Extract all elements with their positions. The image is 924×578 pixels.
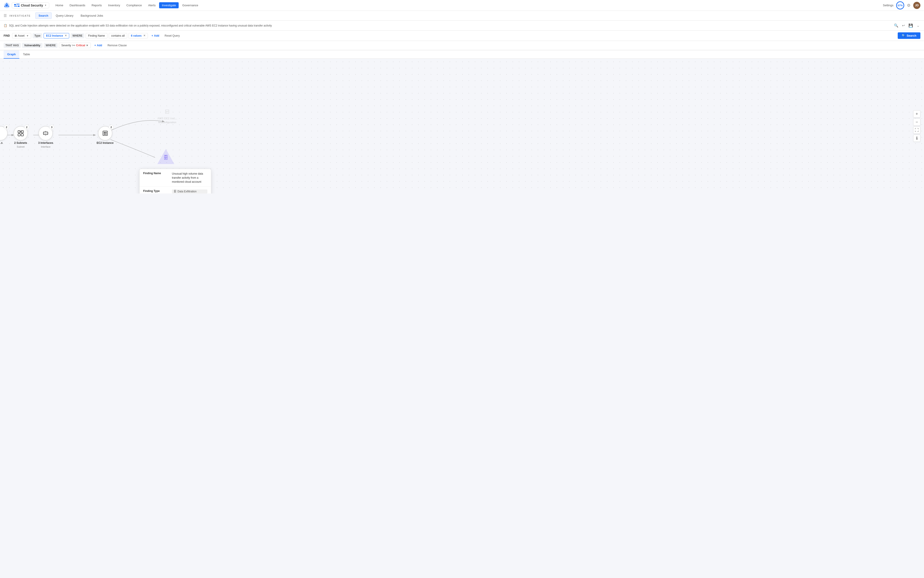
popup-type-badge: 🗄 Data Exfiltration [172,190,207,193]
nav-links: Home Dashboards Reports Inventory Compli… [53,2,881,8]
interfaces-circle[interactable]: 3 [39,126,53,140]
where-badge-1: WHERE [71,33,84,38]
document-icon: 📋 [3,24,7,27]
connector-svg [0,58,924,193]
type-value-chip[interactable]: EC2 Instance ✕ [44,33,69,39]
interfaces-label: 3 Interfaces [38,141,53,144]
popup-finding-name-key: Finding Name [143,172,170,175]
contains-all-chip[interactable]: contains all [109,33,127,39]
nav-compliance[interactable]: Compliance [124,2,145,8]
brand-chevron-icon: ▼ [44,4,47,6]
add-button-2[interactable]: + Add [92,43,104,48]
top-navigation: Cloud Security ▼ Home Dashboards Reports… [0,0,924,11]
severity-chip[interactable]: Severity >= Critical ✕ [59,43,91,48]
app-logo[interactable] [3,2,10,8]
ec2-circle[interactable]: 2 [98,126,112,140]
search-btn-icon: 🔍 [902,34,905,37]
values-close-icon[interactable]: ✕ [143,34,145,37]
subnets-label: 2 Subnets [14,141,27,144]
aws-ec2-sublabel: Misconfiguration [158,121,176,123]
fit-screen-button[interactable]: ⛶ [913,127,921,134]
node-aws-ec2[interactable]: ⊟ AWS EC2 inst... Misconfiguration [157,108,177,123]
add-label-1: Add [154,34,159,37]
undo-icon[interactable]: ↩ [901,23,906,29]
values-chip[interactable]: 6 values ✕ [128,33,148,39]
save-icon[interactable]: 💾 [908,23,914,29]
svg-rect-3 [14,4,16,5]
popup-card: Finding Name Unusual high volume data tr… [139,169,211,193]
that-has-badge: THAT HAS [3,43,21,48]
nav-governance[interactable]: Governance [180,2,201,8]
query-text: SQL and Code Injection attempts were det… [9,24,891,27]
menu-icon[interactable]: ☰ [3,13,7,18]
critical-label: Critical [76,44,85,47]
sec-nav-search[interactable]: Search [35,12,52,19]
graph-area: 2 …s 2 2 Subnets Subnet 3 [0,58,924,193]
zoom-out-button[interactable]: − [913,119,921,126]
brand-name: Cloud Security [21,3,43,7]
popup-finding-type-key: Finding Type [143,190,170,193]
finding-name-label: Finding Name [88,34,105,37]
nav-alerts[interactable]: Alerts [145,2,158,8]
leftmost-label: …s [0,141,2,144]
vulnerability-label: Vulnerability [24,44,41,47]
node-leftmost[interactable]: 2 …s [0,126,8,144]
severity-label: Severity [62,44,71,47]
finding-name-chip[interactable]: Finding Name [86,33,107,39]
nav-investigate[interactable]: Investigate [159,2,178,8]
node-finding[interactable]: 🗄 [157,149,175,165]
type-close-icon[interactable]: ✕ [65,34,67,37]
query-bar: 📋 SQL and Code Injection attempts were d… [0,21,924,31]
type-badge-icon: 🗄 [174,190,177,193]
settings-link[interactable]: Settings [883,3,893,7]
gte-label: >= [72,44,75,47]
expand-icon[interactable]: ⌄ [916,23,921,29]
investigate-label: INVESTIGATE [10,15,31,17]
tab-table[interactable]: Table [19,50,34,58]
avatar[interactable]: JD [913,2,921,9]
svg-rect-4 [16,3,19,5]
subnets-circle[interactable]: 2 [13,126,28,140]
severity-close-icon[interactable]: ✕ [86,44,88,47]
reset-query-button[interactable]: Reset Query [163,33,182,38]
zoom-in-button[interactable]: + [913,110,921,117]
tab-graph[interactable]: Graph [3,50,19,58]
asset-chevron-icon: ▼ [26,34,29,37]
leftmost-circle[interactable]: 2 [0,126,8,140]
nav-reports[interactable]: Reports [89,2,105,8]
gear-icon[interactable]: ⚙ [907,3,911,8]
svg-rect-13 [21,134,23,136]
find-label: FIND [3,34,10,37]
nav-inventory[interactable]: Inventory [105,2,123,8]
vulnerability-chip[interactable]: Vulnerability [22,43,43,48]
svg-rect-25 [105,132,107,133]
query-actions: 🔍 ↩ 💾 ⌄ [893,23,921,29]
node-interfaces[interactable]: 3 3 Interfaces Interface [38,126,53,148]
node-subnets[interactable]: 2 2 Subnets Subnet [13,126,28,148]
nav-dashboards[interactable]: Dashboards [67,2,88,8]
node-ec2[interactable]: 2 EC2 Instance [97,126,113,144]
remove-clause-button[interactable]: Remove Clause [105,43,128,48]
svg-rect-26 [104,133,105,135]
popup-finding-name-val: Unusual high volume data transfer activi… [172,172,207,184]
ec2-badge: 2 [109,125,114,130]
svg-rect-5 [14,6,17,7]
asset-chip[interactable]: ▦ Asset ▼ [12,33,31,39]
subnets-badge: 2 [24,125,29,130]
progress-badge: 67% [896,2,904,10]
zoom-controls: + − ⛶ ℹ [913,110,921,142]
add-button-1[interactable]: + Add [149,33,161,38]
subnets-icon [17,130,24,137]
svg-rect-27 [105,133,107,135]
nav-home[interactable]: Home [53,2,66,8]
search-button[interactable]: 🔍 Search [898,32,921,39]
add-icon-2: + [94,44,96,47]
view-tabs: Graph Table [0,50,924,58]
aws-ec2-icon: ⊟ [165,108,170,115]
brand-selector[interactable]: Cloud Security ▼ [12,2,49,8]
info-button[interactable]: ℹ [913,135,921,142]
search-query-icon[interactable]: 🔍 [893,23,899,29]
sec-nav-background-jobs[interactable]: Background Jobs [78,13,106,19]
sec-nav-query-library[interactable]: Query Library [53,13,77,19]
finding-triangle[interactable]: 🗄 [157,149,175,165]
